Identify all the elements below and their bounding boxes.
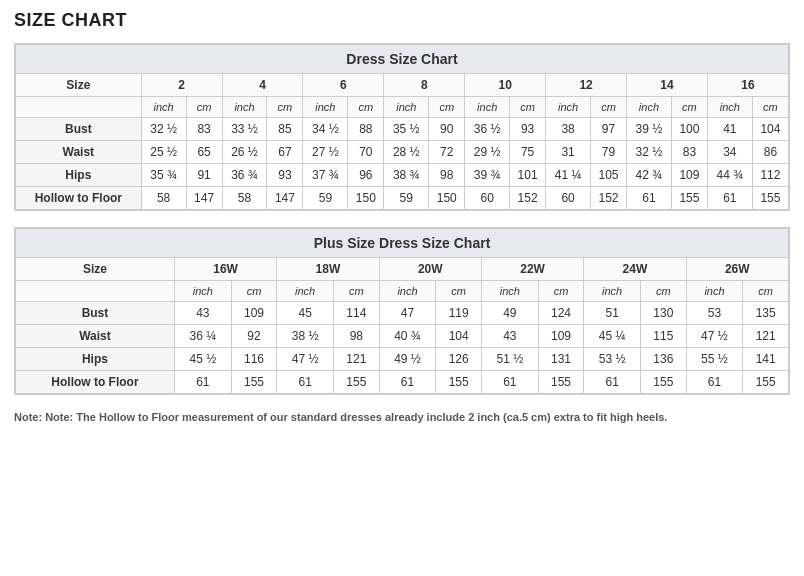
- plus-unit-inch-6: inch: [686, 281, 743, 302]
- plus-size-26w: 26W: [686, 258, 788, 281]
- hollow-8-cm: 150: [429, 187, 465, 210]
- size-6: 6: [303, 74, 384, 97]
- plus-waist-24w-inch: 45 ¼: [584, 325, 641, 348]
- unit-cm-5: cm: [510, 97, 546, 118]
- hollow-4-cm: 147: [267, 187, 303, 210]
- plus-hollow-20w-inch: 61: [379, 371, 436, 394]
- size-8: 8: [384, 74, 465, 97]
- waist-14-inch: 32 ½: [627, 141, 672, 164]
- plus-waist-16w-cm: 92: [231, 325, 277, 348]
- size-12: 12: [546, 74, 627, 97]
- bust-16-cm: 104: [752, 118, 788, 141]
- plus-waist-label: Waist: [16, 325, 175, 348]
- plus-waist-20w-cm: 104: [436, 325, 482, 348]
- hollow-14-cm: 155: [671, 187, 707, 210]
- waist-14-cm: 83: [671, 141, 707, 164]
- plus-hips-26w-inch: 55 ½: [686, 348, 743, 371]
- dress-waist-row: Waist 25 ½65 26 ½67 27 ½70 28 ½72 29 ½75…: [16, 141, 789, 164]
- hips-4-cm: 93: [267, 164, 303, 187]
- hips-6-cm: 96: [348, 164, 384, 187]
- bust-4-cm: 85: [267, 118, 303, 141]
- dress-size-chart: Dress Size Chart Size 2 4 6 8 10 12 14 1…: [14, 43, 790, 211]
- waist-2-cm: 65: [186, 141, 222, 164]
- plus-waist-row: Waist 36 ¼92 38 ½98 40 ¾104 43109 45 ¼11…: [16, 325, 789, 348]
- plus-bust-22w-cm: 124: [538, 302, 584, 325]
- plus-unit-inch-4: inch: [481, 281, 538, 302]
- plus-size-20w: 20W: [379, 258, 481, 281]
- hollow-12-cm: 152: [591, 187, 627, 210]
- unit-inch-6: inch: [546, 97, 591, 118]
- waist-6-inch: 27 ½: [303, 141, 348, 164]
- plus-unit-cm-3: cm: [436, 281, 482, 302]
- plus-waist-18w-cm: 98: [334, 325, 380, 348]
- hips-12-inch: 41 ¼: [546, 164, 591, 187]
- bust-16-inch: 41: [707, 118, 752, 141]
- hips-8-cm: 98: [429, 164, 465, 187]
- plus-hips-label: Hips: [16, 348, 175, 371]
- unit-inch-2: inch: [222, 97, 267, 118]
- plus-bust-24w-inch: 51: [584, 302, 641, 325]
- hollow-2-inch: 58: [141, 187, 186, 210]
- plus-unit-inch-5: inch: [584, 281, 641, 302]
- plus-hips-22w-cm: 131: [538, 348, 584, 371]
- hollow-6-inch: 59: [303, 187, 348, 210]
- plus-size-24w: 24W: [584, 258, 686, 281]
- waist-12-cm: 79: [591, 141, 627, 164]
- plus-hollow-row: Hollow to Floor 61155 61155 61155 61155 …: [16, 371, 789, 394]
- dress-hips-row: Hips 35 ¾91 36 ¾93 37 ¾96 38 ¾98 39 ¾101…: [16, 164, 789, 187]
- plus-bust-label: Bust: [16, 302, 175, 325]
- plus-hips-18w-cm: 121: [334, 348, 380, 371]
- plus-size-chart: Plus Size Dress Size Chart Size 16W 18W …: [14, 227, 790, 395]
- bust-12-inch: 38: [546, 118, 591, 141]
- plus-unit-cm-5: cm: [641, 281, 687, 302]
- hips-8-inch: 38 ¾: [384, 164, 429, 187]
- dress-size-header-row: Size 2 4 6 8 10 12 14 16: [16, 74, 789, 97]
- hips-10-cm: 101: [510, 164, 546, 187]
- unit-cm-8: cm: [752, 97, 788, 118]
- plus-hips-16w-cm: 116: [231, 348, 277, 371]
- plus-hollow-24w-cm: 155: [641, 371, 687, 394]
- unit-cm-7: cm: [671, 97, 707, 118]
- dress-bust-row: Bust 32 ½83 33 ½85 34 ½88 35 ½90 36 ½93 …: [16, 118, 789, 141]
- bust-6-inch: 34 ½: [303, 118, 348, 141]
- unit-cm-4: cm: [429, 97, 465, 118]
- plus-unit-empty: [16, 281, 175, 302]
- hollow-6-cm: 150: [348, 187, 384, 210]
- bust-14-inch: 39 ½: [627, 118, 672, 141]
- plus-unit-inch-1: inch: [174, 281, 231, 302]
- plus-bust-20w-inch: 47: [379, 302, 436, 325]
- plus-hips-24w-inch: 53 ½: [584, 348, 641, 371]
- hips-2-inch: 35 ¾: [141, 164, 186, 187]
- plus-unit-cm-2: cm: [334, 281, 380, 302]
- hollow-12-inch: 60: [546, 187, 591, 210]
- plus-hips-20w-cm: 126: [436, 348, 482, 371]
- plus-bust-18w-inch: 45: [277, 302, 334, 325]
- plus-hips-22w-inch: 51 ½: [481, 348, 538, 371]
- hips-12-cm: 105: [591, 164, 627, 187]
- waist-10-cm: 75: [510, 141, 546, 164]
- waist-8-cm: 72: [429, 141, 465, 164]
- unit-inch-8: inch: [707, 97, 752, 118]
- plus-waist-20w-inch: 40 ¾: [379, 325, 436, 348]
- hollow-4-inch: 58: [222, 187, 267, 210]
- waist-2-inch: 25 ½: [141, 141, 186, 164]
- plus-unit-cm-6: cm: [743, 281, 789, 302]
- plus-hollow-26w-cm: 155: [743, 371, 789, 394]
- page-title: SIZE CHART: [14, 10, 790, 31]
- unit-inch-1: inch: [141, 97, 186, 118]
- plus-hollow-18w-inch: 61: [277, 371, 334, 394]
- plus-waist-26w-inch: 47 ½: [686, 325, 743, 348]
- plus-hips-24w-cm: 136: [641, 348, 687, 371]
- unit-cm-3: cm: [348, 97, 384, 118]
- hollow-8-inch: 59: [384, 187, 429, 210]
- plus-bust-16w-cm: 109: [231, 302, 277, 325]
- hollow-2-cm: 147: [186, 187, 222, 210]
- plus-unit-inch-2: inch: [277, 281, 334, 302]
- plus-bust-26w-cm: 135: [743, 302, 789, 325]
- hips-4-inch: 36 ¾: [222, 164, 267, 187]
- plus-hollow-24w-inch: 61: [584, 371, 641, 394]
- dress-hollow-row: Hollow to Floor 58147 58147 59150 59150 …: [16, 187, 789, 210]
- hips-6-inch: 37 ¾: [303, 164, 348, 187]
- hollow-16-inch: 61: [707, 187, 752, 210]
- waist-16-inch: 34: [707, 141, 752, 164]
